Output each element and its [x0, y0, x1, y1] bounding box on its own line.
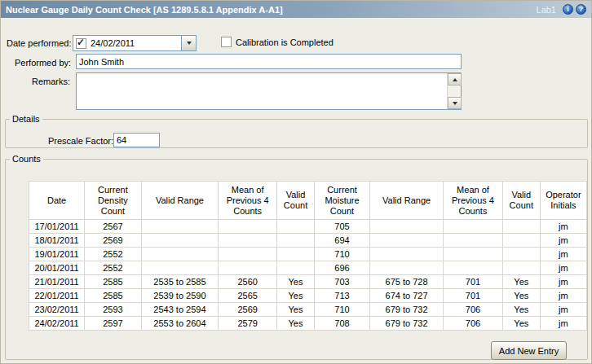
table-cell: 2569	[85, 234, 141, 248]
table-cell: jm	[540, 289, 586, 303]
table-row[interactable]: 23/02/201125932543 to 25942569Yes710679 …	[29, 303, 587, 317]
table-cell	[444, 261, 503, 275]
table-cell	[277, 234, 315, 248]
table-cell: 2585	[85, 275, 141, 289]
date-performed-combo[interactable]: 24/02/2011	[73, 35, 197, 51]
table-cell: 675 to 728	[370, 275, 444, 289]
column-header: Current Moisture Count	[314, 182, 369, 220]
table-row[interactable]: 22/01/201125852539 to 25902565Yes713674 …	[29, 289, 587, 303]
table-row[interactable]: 18/01/20112569694jm	[29, 234, 587, 248]
table-cell: 20/01/2011	[29, 261, 85, 275]
column-header: Valid Range	[370, 182, 444, 220]
table-cell	[277, 248, 315, 261]
table-cell: 2585	[85, 289, 141, 303]
table-cell	[219, 220, 277, 234]
table-cell: 703	[314, 275, 369, 289]
title-bar: Nuclear Gauge Daily Count Check [AS 1289…	[1, 1, 591, 18]
counts-table: DateCurrent Density CountValid RangeMean…	[29, 181, 587, 331]
table-cell: Yes	[502, 289, 540, 303]
table-cell: 694	[314, 234, 369, 248]
table-cell	[141, 248, 219, 261]
table-cell: 710	[314, 303, 369, 317]
chevron-down-icon	[187, 42, 192, 45]
table-cell	[141, 234, 219, 248]
counts-table-header: DateCurrent Density CountValid RangeMean…	[29, 182, 587, 220]
table-cell: jm	[540, 248, 586, 261]
table-cell: 713	[314, 289, 369, 303]
table-cell: jm	[540, 317, 586, 331]
table-cell: Yes	[502, 303, 540, 317]
table-cell	[370, 220, 444, 234]
table-cell: jm	[540, 220, 586, 234]
table-cell: 2593	[85, 303, 141, 317]
prescale-factor-input[interactable]	[113, 133, 160, 147]
table-cell: 2579	[219, 317, 277, 331]
table-row[interactable]: 24/02/201125972553 to 26042579Yes708679 …	[29, 317, 587, 331]
table-cell: Yes	[502, 275, 540, 289]
table-cell: jm	[540, 275, 586, 289]
table-cell	[370, 261, 444, 275]
date-dropdown-button[interactable]	[181, 36, 196, 50]
help-icon[interactable]: ?	[576, 4, 586, 15]
table-cell: 2567	[85, 220, 141, 234]
counts-legend: Counts	[10, 154, 43, 164]
table-cell	[370, 234, 444, 248]
table-cell	[141, 261, 219, 275]
table-row[interactable]: 19/01/20112552710jm	[29, 248, 587, 261]
column-header: Valid Count	[277, 182, 315, 220]
arrow-up-icon	[453, 78, 457, 81]
app-window: Nuclear Gauge Daily Count Check [AS 1289…	[0, 0, 592, 364]
table-cell	[444, 220, 503, 234]
table-cell: 701	[444, 289, 503, 303]
table-cell: jm	[540, 234, 586, 248]
date-performed-label: Date performed:	[7, 38, 71, 48]
calibration-checkbox[interactable]	[221, 37, 232, 47]
window-title: Nuclear Gauge Daily Count Check [AS 1289…	[6, 5, 537, 15]
column-header: Date	[29, 182, 85, 220]
date-performed-value: 24/02/2011	[86, 38, 181, 48]
table-cell	[219, 248, 277, 261]
add-new-entry-button[interactable]: Add New Entry	[491, 341, 567, 360]
table-cell: 679 to 732	[370, 303, 444, 317]
calibration-checkbox-row[interactable]: Calibration is Completed	[221, 37, 334, 47]
table-cell: 696	[314, 261, 369, 275]
table-cell: 24/02/2011	[29, 317, 85, 331]
table-cell: 18/01/2011	[29, 234, 85, 248]
column-header: Valid Count	[502, 182, 540, 220]
remarks-scrollbar[interactable]	[447, 73, 461, 109]
table-cell: 2552	[85, 248, 141, 261]
table-cell	[502, 234, 540, 248]
performed-by-label: Performed by:	[15, 58, 71, 68]
table-cell	[502, 248, 540, 261]
table-cell: 22/01/2011	[29, 289, 85, 303]
table-row[interactable]: 20/01/20112552696jm	[29, 261, 587, 275]
remarks-textarea[interactable]	[77, 73, 447, 109]
table-row[interactable]: 21/01/201125852535 to 25852560Yes703675 …	[29, 275, 587, 289]
scroll-up-button[interactable]	[448, 73, 462, 86]
table-cell	[277, 220, 315, 234]
titlebar-right: Lab1 i ?	[537, 4, 586, 15]
info-icon[interactable]: i	[563, 4, 573, 15]
table-cell: 705	[314, 220, 369, 234]
table-cell: 19/01/2011	[29, 248, 85, 261]
arrow-down-icon	[453, 102, 457, 105]
table-cell: 2597	[85, 317, 141, 331]
column-header: Operator Initials	[540, 182, 586, 220]
lab-label: Lab1	[537, 5, 556, 15]
column-header: Valid Range	[141, 182, 219, 220]
table-cell: 23/02/2011	[29, 303, 85, 317]
table-cell: 674 to 727	[370, 289, 444, 303]
table-cell: 2543 to 2594	[141, 303, 219, 317]
table-cell	[502, 220, 540, 234]
details-group: Details Prescale Factor:	[5, 114, 588, 148]
table-row[interactable]: 17/01/20112567705jm	[29, 220, 587, 234]
table-cell	[444, 248, 503, 261]
date-performed-checkbox[interactable]	[76, 38, 86, 49]
table-cell: 2539 to 2590	[141, 289, 219, 303]
table-cell: 2535 to 2585	[141, 275, 219, 289]
column-header: Mean of Previous 4 Counts	[444, 182, 503, 220]
scroll-down-button[interactable]	[448, 97, 462, 109]
table-cell	[502, 261, 540, 275]
table-cell: 2552	[85, 261, 141, 275]
performed-by-input[interactable]	[76, 54, 462, 69]
